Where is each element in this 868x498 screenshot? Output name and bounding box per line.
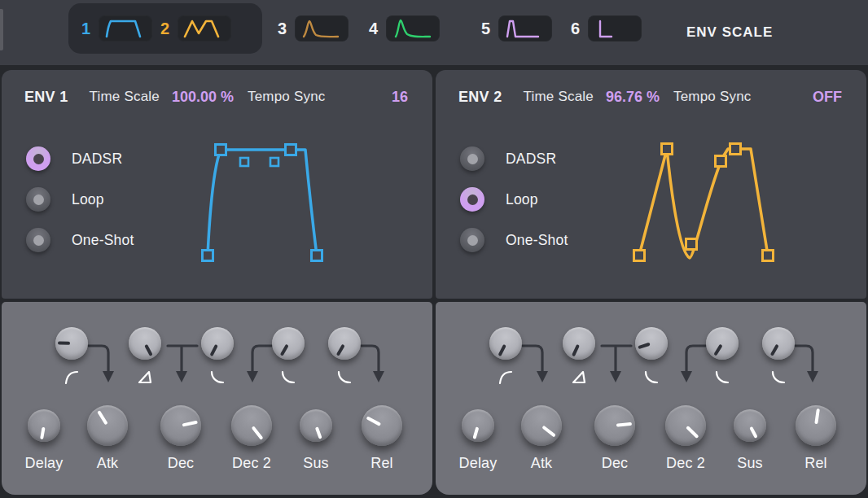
down-arrow-icon [373,371,384,382]
down-arrow-icon [537,371,548,382]
tab-env-2-curve-icon [178,15,231,42]
envelope-tab-bar: 1 2 3 4 5 [0,0,868,65]
envelope-node-handle[interactable] [716,156,726,167]
envelope-node-handle[interactable] [216,145,226,155]
tab-env-6-curve-icon [588,15,642,42]
tab-env-4-curve-icon [386,15,440,42]
env1-curve-display[interactable] [2,70,432,299]
envelope-node-handle[interactable] [634,251,645,261]
env1-knob-panel: DelayAtkDecDec 2SusRel [2,302,432,495]
envelope-curve-handle[interactable] [270,158,278,166]
tab-env-1-number: 1 [81,20,91,38]
stage-knob-label: Atk [97,455,119,472]
stage-knob-label: Rel [804,455,827,472]
envelope-node-handle[interactable] [662,144,673,155]
envelope-node-handle[interactable] [286,145,296,155]
stage-knob-dec-2[interactable] [231,405,272,446]
stage-knob-dec-2[interactable] [665,405,706,446]
stage-knob-label: Sus [303,455,329,472]
stage-knob-label: Sus [737,455,763,472]
stage-knob-delay[interactable] [28,409,60,442]
left-edge-accent [0,9,3,50]
stage-knob-sus[interactable] [734,409,766,442]
tab-env-3-curve-icon [295,15,349,42]
curve-knob-2[interactable] [129,327,161,360]
curve-shape-linear-icon [571,369,587,386]
down-arrow-icon [610,371,621,382]
curve-shape-ease-out-icon [64,369,80,386]
tab-env-2[interactable]: 2 [160,15,231,42]
stage-knob-label: Delay [458,455,497,472]
tab-env-6-number: 6 [570,20,581,38]
env2-knob-panel: DelayAtkDecDec 2SusRel [436,302,866,495]
envelope-node-handle[interactable] [312,251,322,261]
curve-shape-ease-in-icon [336,369,353,386]
envelope-editor-window: 1 2 3 4 5 [0,0,868,498]
curve-knob-2[interactable] [563,327,595,360]
stage-knob-atk[interactable] [87,405,128,446]
curve-shape-ease-in-icon [280,369,296,386]
active-env-tab-group: 1 2 [68,3,262,54]
stage-knob-dec[interactable] [160,405,201,446]
curve-shape-ease-in-icon [770,369,787,386]
env2-curve-display[interactable] [436,70,866,299]
stage-knob-label: Dec [602,455,629,472]
envelope-node-handle[interactable] [686,239,697,250]
curve-knob-5[interactable] [762,327,795,360]
tab-env-3-number: 3 [277,20,287,38]
curve-knob-5[interactable] [328,327,361,360]
down-arrow-icon [103,371,114,382]
envelope-node-handle[interactable] [730,144,741,155]
curve-shape-ease-out-icon [498,369,514,386]
envelope-curve-handle[interactable] [240,158,248,166]
stage-knob-label: Dec [168,455,195,472]
tab-env-5-curve-icon [498,15,552,42]
stage-knob-label: Dec 2 [666,455,705,472]
tab-env-1[interactable]: 1 [81,15,152,42]
curve-shape-ease-in-icon [714,369,730,386]
stage-knob-atk[interactable] [521,405,562,446]
stage-knob-label: Atk [531,455,553,472]
stage-knob-rel[interactable] [362,405,402,446]
down-arrow-icon [176,371,187,382]
curve-shape-ease-in-icon [209,369,226,386]
curve-knob-4[interactable] [706,327,739,360]
tab-env-2-number: 2 [160,20,170,38]
down-arrow-icon [681,371,692,382]
down-arrow-icon [247,371,258,382]
tab-env-5[interactable]: 5 [480,3,552,54]
curve-shape-linear-icon [137,369,153,386]
stage-knob-label: Delay [24,455,63,472]
env1-panel: ENV 1 Time Scale 100.00 % Tempo Sync 16 … [2,70,432,299]
stage-knob-rel[interactable] [796,405,836,446]
tab-env-3[interactable]: 3 [277,3,349,54]
stage-knob-sus[interactable] [300,409,332,442]
curve-knob-3[interactable] [201,327,234,360]
env2-panel: ENV 2 Time Scale 96.76 % Tempo Sync OFF … [436,70,866,299]
envelope-node-handle[interactable] [763,251,774,261]
tab-env-5-number: 5 [480,20,491,38]
curve-knob-1[interactable] [55,327,88,360]
tab-env-4-number: 4 [368,20,379,38]
stage-knob-dec[interactable] [594,405,635,446]
curve-knob-3[interactable] [635,327,668,360]
down-arrow-icon [807,371,818,382]
curve-shape-ease-in-icon [643,369,660,386]
tab-env-1-curve-icon [99,15,152,42]
curve-knob-1[interactable] [489,327,522,360]
stage-knob-label: Rel [370,455,393,472]
curve-knob-4[interactable] [272,327,305,360]
stage-knob-delay[interactable] [462,409,494,442]
envelope-node-handle[interactable] [203,251,213,261]
stage-knob-label: Dec 2 [232,455,271,472]
tab-env-6[interactable]: 6 [570,3,642,54]
env-scale-label[interactable]: ENV SCALE [686,24,773,41]
tab-env-4[interactable]: 4 [368,3,440,54]
